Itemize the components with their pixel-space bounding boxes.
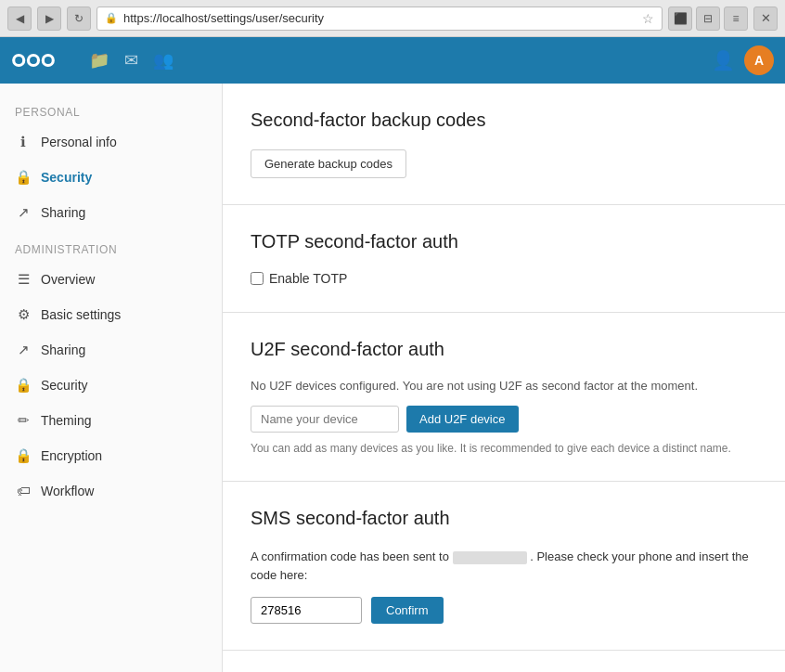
sms-code-row: Confirm [251, 597, 757, 624]
sidebar-section-admin-label: Administration [0, 230, 222, 262]
sidebar-item-personal-info-label: Personal info [41, 135, 117, 149]
browser-actions: ⬛ ⊟ ≡ ✕ [668, 6, 778, 31]
theming-icon: ✏ [15, 412, 32, 429]
sidebar-item-security[interactable]: 🔒 Security [0, 160, 222, 195]
sidebar-item-encryption[interactable]: 🔒 Encryption [0, 438, 222, 473]
sidebar-item-overview[interactable]: ☰ Overview [0, 262, 222, 297]
app-header: 📁 ✉ 👥 👤 A [0, 37, 785, 84]
sidebar-item-sharing-label: Sharing [41, 205, 85, 220]
browser-chrome: ◀ ▶ ↻ 🔒 https://localhost/settings/user/… [0, 0, 785, 37]
share-admin-icon: ↗ [15, 342, 32, 358]
close-button[interactable]: ✕ [753, 6, 778, 31]
sidebar-item-security-admin-label: Security [41, 378, 88, 393]
forward-button[interactable]: ▶ [37, 6, 61, 31]
mail-icon[interactable]: ✉ [124, 50, 138, 71]
sidebar-item-theming-label: Theming [41, 413, 91, 428]
lock-icon: 🔒 [15, 169, 32, 186]
u2f-info-text: No U2F devices configured. You are not u… [251, 379, 757, 393]
info-icon: ℹ [15, 134, 32, 150]
svg-point-4 [30, 57, 37, 64]
url-bar[interactable]: 🔒 https://localhost/settings/user/securi… [97, 6, 663, 31]
sms-text-before: A confirmation code has been sent to [251, 549, 449, 563]
sidebar-item-security-admin[interactable]: 🔒 Security [0, 368, 222, 403]
sidebar-item-personal-info[interactable]: ℹ Personal info [0, 124, 222, 160]
enable-totp-checkbox[interactable] [251, 272, 264, 285]
bookmark-star-icon[interactable]: ☆ [642, 11, 654, 26]
reload-button[interactable]: ↻ [67, 6, 91, 31]
settings-icon: ⚙ [15, 306, 32, 323]
u2f-input-row: Add U2F device [251, 406, 757, 433]
u2f-title: U2F second-factor auth [251, 339, 757, 360]
sidebar-item-basic-settings-label: Basic settings [41, 307, 121, 322]
backup-codes-section: Second-factor backup codes Generate back… [223, 84, 785, 205]
generate-backup-codes-button[interactable]: Generate backup codes [251, 149, 406, 178]
confirm-button[interactable]: Confirm [371, 597, 444, 624]
lock-icon: 🔒 [105, 12, 118, 24]
sidebar-item-overview-label: Overview [41, 272, 95, 287]
sidebar-item-sharing[interactable]: ↗ Sharing [0, 195, 222, 230]
encryption-icon: 🔒 [15, 447, 32, 464]
main-content: Second-factor backup codes Generate back… [223, 84, 785, 672]
header-nav-icons: 📁 ✉ 👥 [89, 50, 174, 71]
enable-totp-label[interactable]: Enable TOTP [269, 271, 347, 286]
back-button[interactable]: ◀ [7, 6, 32, 31]
sms-title: SMS second-factor auth [251, 508, 757, 529]
svg-point-3 [15, 57, 22, 64]
sidebar-item-sharing-admin[interactable]: ↗ Sharing [0, 332, 222, 368]
sms-section: SMS second-factor auth A confirmation co… [223, 482, 785, 651]
sms-code-input[interactable] [251, 597, 362, 624]
sidebar-item-security-label: Security [41, 170, 92, 185]
avatar[interactable]: A [744, 45, 774, 75]
contacts-icon[interactable]: 👥 [153, 50, 174, 71]
sidebar-item-sharing-admin-label: Sharing [41, 342, 85, 357]
backup-codes-title: Second-factor backup codes [251, 110, 757, 131]
menu-icon[interactable]: ≡ [724, 6, 748, 31]
url-text: https://localhost/settings/user/security [123, 11, 637, 25]
screen-icon[interactable]: ⬛ [668, 6, 692, 31]
sms-confirmation-text: A confirmation code has been sent to . P… [251, 548, 757, 584]
add-user-icon[interactable]: 👤 [712, 49, 735, 71]
sidebar-item-workflow[interactable]: 🏷 Workflow [0, 473, 222, 508]
svg-point-5 [45, 57, 52, 64]
files-icon[interactable]: 📁 [89, 50, 109, 71]
sidebar-item-theming[interactable]: ✏ Theming [0, 403, 222, 438]
add-u2f-button[interactable]: Add U2F device [406, 406, 519, 433]
u2f-section: U2F second-factor auth No U2F devices co… [223, 313, 785, 482]
sidebar-item-basic-settings[interactable]: ⚙ Basic settings [0, 297, 222, 332]
sidebar-item-workflow-label: Workflow [41, 484, 94, 498]
workflow-icon: 🏷 [15, 483, 32, 498]
enable-totp-row: Enable TOTP [251, 271, 757, 286]
u2f-hint-text: You can add as many devices as you like.… [251, 442, 757, 455]
header-right: 👤 A [712, 45, 774, 75]
sidebar: Personal ℹ Personal info 🔒 Security ↗ Sh… [0, 84, 223, 672]
app-logo[interactable] [11, 46, 56, 74]
totp-title: TOTP second-factor auth [251, 231, 757, 252]
totp-section: TOTP second-factor auth Enable TOTP [223, 205, 785, 313]
u2f-device-name-input[interactable] [251, 406, 399, 433]
bookmark-icon[interactable]: ⊟ [696, 6, 720, 31]
sms-phone-masked [453, 551, 527, 564]
lock-admin-icon: 🔒 [15, 377, 32, 394]
sidebar-section-personal-label: Personal [0, 93, 222, 124]
app-body: Personal ℹ Personal info 🔒 Security ↗ Sh… [0, 84, 785, 672]
overview-icon: ☰ [15, 271, 32, 288]
share-icon: ↗ [15, 204, 32, 221]
sidebar-item-encryption-label: Encryption [41, 448, 102, 463]
nextcloud-logo-svg [11, 46, 56, 74]
